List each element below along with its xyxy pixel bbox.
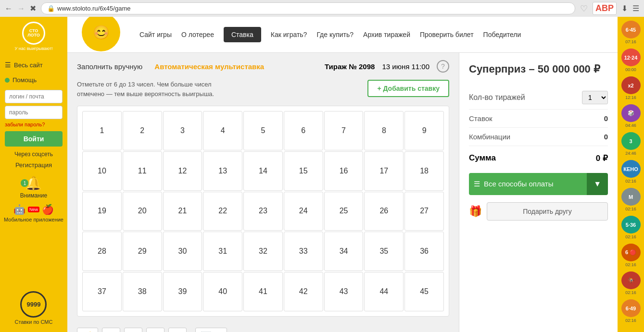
number-cell-23[interactable]: 23 (243, 192, 283, 231)
number-cell-20[interactable]: 20 (123, 192, 162, 231)
number-cell-32[interactable]: 32 (243, 232, 283, 271)
pay-button[interactable]: ☰ Все способы оплаты (469, 173, 587, 195)
nav-link-howto[interactable]: Как играть? (271, 28, 307, 41)
number-cell-18[interactable]: 18 (404, 151, 444, 191)
bookmark-icon[interactable]: ♡ (580, 3, 588, 14)
nav-link-archive[interactable]: Архив тиражей (363, 28, 410, 41)
password-input[interactable] (5, 106, 63, 119)
top-nav: 😊 Сайт игры О лотерее Ставка Как играть?… (67, 17, 618, 53)
number-cell-27[interactable]: 27 (404, 192, 444, 231)
number-cell-13[interactable]: 13 (203, 151, 242, 191)
random-1-button[interactable]: ⚡ (77, 328, 98, 332)
number-cell-43[interactable]: 43 (324, 272, 364, 311)
number-cell-9[interactable]: 9 (404, 111, 444, 150)
number-cell-35[interactable]: 35 (364, 232, 404, 271)
nav-link-whereto[interactable]: Где купить? (316, 28, 354, 41)
right-sidebar-game-7[interactable]: 5·36 02:16 (619, 214, 643, 241)
number-cell-30[interactable]: 30 (163, 232, 202, 271)
dice-4-button[interactable]: ⚃ (168, 328, 187, 332)
nav-link-about[interactable]: О лотерее (181, 28, 214, 41)
number-cell-15[interactable]: 15 (284, 151, 323, 191)
number-cell-38[interactable]: 38 (123, 272, 162, 311)
number-cell-21[interactable]: 21 (163, 192, 202, 231)
number-cell-10[interactable]: 10 (82, 151, 122, 191)
forward-icon[interactable]: → (17, 4, 25, 13)
right-sidebar-game-3[interactable]: 🎲 04:46 (619, 103, 643, 129)
number-cell-16[interactable]: 16 (324, 151, 364, 191)
number-cell-39[interactable]: 39 (163, 272, 202, 311)
fill-manual-link[interactable]: Заполнить вручную (77, 62, 142, 71)
number-cell-29[interactable]: 29 (123, 232, 162, 271)
right-sidebar-game-0[interactable]: 6·45 07:16 (619, 19, 643, 46)
dice-1-button[interactable]: ⚀ (102, 328, 120, 332)
nav-link-site[interactable]: Сайт игры (139, 28, 172, 41)
number-cell-40[interactable]: 40 (203, 272, 242, 311)
number-cell-42[interactable]: 42 (284, 272, 323, 311)
fill-auto-link[interactable]: Автоматическая мультиставка (154, 62, 264, 71)
number-cell-31[interactable]: 31 (203, 232, 242, 271)
right-sidebar-game-5[interactable]: КЕНО 02:16 (619, 159, 643, 185)
login-button[interactable]: Войти (5, 131, 63, 147)
sms-bets[interactable]: 9999 Ставки по СМС (13, 289, 55, 327)
number-cell-5[interactable]: 5 (243, 111, 283, 150)
right-sidebar-game-4[interactable]: 3 24:46 (619, 131, 643, 157)
mobile-app-section[interactable]: 🤖 New 🍎 Мобильное приложение (1, 201, 66, 225)
right-sidebar-game-10[interactable]: 6·49 02:16 (619, 298, 643, 324)
pay-dropdown-button[interactable]: ▼ (587, 173, 608, 195)
number-cell-4[interactable]: 4 (203, 111, 242, 150)
draws-count-select[interactable]: 1 2 5 10 (582, 91, 608, 104)
right-sidebar-game-1[interactable]: 12·24 00:00 (619, 47, 643, 74)
number-cell-24[interactable]: 24 (284, 192, 323, 231)
number-cell-28[interactable]: 28 (82, 232, 122, 271)
extension-icon[interactable]: АВР (593, 2, 617, 15)
download-icon[interactable]: ⬇ (621, 4, 628, 13)
nav-link-check[interactable]: Проверить билет (420, 28, 474, 41)
reload-icon[interactable]: ✖ (30, 4, 36, 13)
number-cell-11[interactable]: 11 (123, 151, 162, 191)
right-sidebar-game-2[interactable]: x2 12:16 (619, 75, 643, 101)
sidebar-item-help[interactable]: Помощь (0, 73, 67, 87)
gift-button[interactable]: Подарить другу (487, 202, 608, 221)
back-icon[interactable]: ← (5, 4, 13, 13)
number-cell-44[interactable]: 44 (364, 272, 404, 311)
menu-icon[interactable]: ☰ (632, 4, 639, 13)
number-cell-2[interactable]: 2 (123, 111, 162, 150)
number-cell-6[interactable]: 6 (284, 111, 323, 150)
login-input[interactable] (5, 90, 63, 103)
attention-bell[interactable]: 🔔 1 Внимание (20, 171, 47, 201)
help-button[interactable]: ? (437, 60, 449, 73)
number-cell-37[interactable]: 37 (82, 272, 122, 311)
number-cell-1[interactable]: 1 (82, 111, 122, 150)
right-sidebar-game-9[interactable]: 🏇 02:16 (619, 270, 643, 296)
sidebar-item-allsite[interactable]: ☰ Весь сайт (0, 57, 67, 73)
number-cell-8[interactable]: 8 (364, 111, 404, 150)
number-cell-17[interactable]: 17 (364, 151, 404, 191)
number-cell-33[interactable]: 33 (284, 232, 323, 271)
url-bar[interactable]: 🔒 www.stoloto.ru/6x45/game (41, 2, 575, 14)
dice-2-button[interactable]: ⚁ (124, 328, 142, 332)
number-cell-45[interactable]: 45 (404, 272, 444, 311)
social-login-link[interactable]: Через соцсеть (0, 149, 67, 160)
logo-area[interactable]: СТОЛОТО У нас выигрывают! (0, 17, 67, 57)
number-cell-34[interactable]: 34 (324, 232, 364, 271)
add-bet-button[interactable]: + Добавить ставку (367, 80, 449, 97)
number-cell-26[interactable]: 26 (364, 192, 404, 231)
number-cell-12[interactable]: 12 (163, 151, 202, 191)
nav-link-winners[interactable]: Победители (483, 28, 521, 41)
number-cell-25[interactable]: 25 (324, 192, 364, 231)
number-cell-7[interactable]: 7 (324, 111, 364, 150)
number-cell-36[interactable]: 36 (404, 232, 444, 271)
number-cell-19[interactable]: 19 (82, 192, 122, 231)
number-cell-14[interactable]: 14 (243, 151, 283, 191)
forgot-password-link[interactable]: забыли пароль? (5, 122, 63, 127)
right-sidebar-game-8[interactable]: 6 🔴 02:16 (619, 242, 643, 269)
number-cell-41[interactable]: 41 (243, 272, 283, 311)
right-sidebar-game-6[interactable]: M 02:16 (619, 186, 643, 213)
number-cell-3[interactable]: 3 (163, 111, 202, 150)
number-grid-container: 1234567891011121314151617181920212223242… (77, 106, 449, 317)
nav-link-bet[interactable]: Ставка (224, 27, 261, 42)
register-link[interactable]: Регистрация (0, 160, 67, 171)
dice-3-button[interactable]: ⚂ (146, 328, 164, 332)
number-cell-22[interactable]: 22 (203, 192, 242, 231)
chart-button[interactable]: 📊 ▲ (195, 328, 227, 332)
